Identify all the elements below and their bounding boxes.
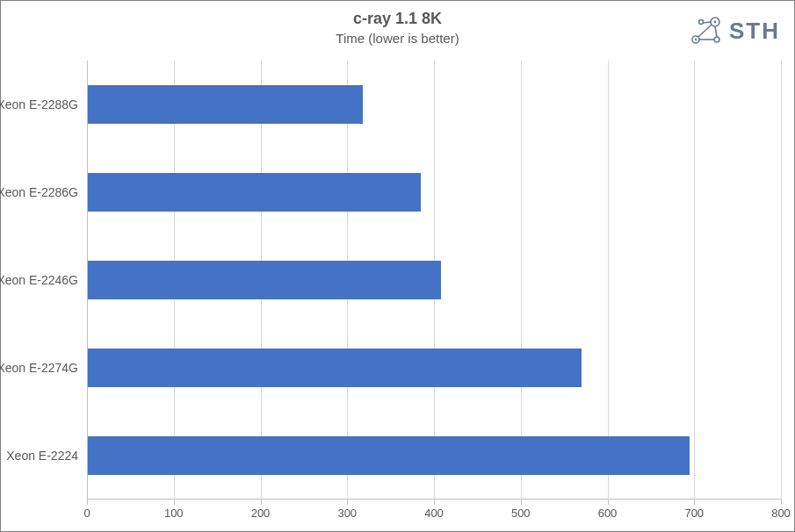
y-tick-label: Xeon E-2288G (0, 97, 87, 111)
grid-line (781, 61, 782, 500)
y-tick-label: Xeon E-2246G (0, 273, 87, 287)
bar (88, 173, 421, 212)
x-tick-label: 800 (771, 507, 791, 520)
bar (88, 85, 363, 124)
x-tick (521, 500, 522, 505)
svg-point-3 (699, 20, 704, 25)
svg-point-8 (714, 21, 717, 24)
svg-point-9 (695, 39, 697, 40)
chart-titles: c-ray 1.1 8K Time (lower is better) (1, 1, 794, 47)
bar (88, 261, 441, 299)
x-tick (781, 500, 782, 505)
x-tick-label: 400 (424, 507, 444, 520)
x-tick-label: 300 (337, 507, 357, 520)
svg-line-5 (715, 26, 717, 37)
y-tick-label: Xeon E-2274G (0, 361, 87, 375)
x-tick (347, 500, 348, 505)
chart-subtitle: Time (lower is better) (1, 31, 794, 47)
x-tick-label: 200 (251, 507, 271, 520)
x-tick (434, 500, 435, 505)
sth-logo: STH (689, 13, 780, 48)
y-tick-label: Xeon E-2286G (0, 185, 87, 199)
x-tick-label: 500 (511, 507, 531, 520)
x-tick-label: 100 (164, 507, 184, 520)
svg-point-2 (714, 37, 719, 42)
y-tick-label: Xeon E-2224 (6, 449, 87, 463)
svg-line-6 (703, 22, 711, 23)
x-tick (261, 500, 262, 505)
x-tick-label: 0 (83, 507, 90, 520)
grid-line (521, 61, 522, 500)
svg-line-4 (698, 25, 712, 37)
plot-area: 0100200300400500600700800Xeon E-2288GXeo… (87, 61, 781, 500)
grid-line (608, 61, 609, 500)
grid-line (694, 61, 695, 500)
x-tick-label: 600 (598, 507, 618, 520)
x-tick-label: 700 (684, 507, 704, 520)
x-tick (608, 500, 609, 505)
x-tick (694, 500, 695, 505)
logo-text: STH (729, 18, 780, 45)
chart-title: c-ray 1.1 8K (1, 10, 794, 29)
bar (88, 349, 582, 387)
network-icon (689, 13, 724, 48)
chart-frame: c-ray 1.1 8K Time (lower is better) STH (0, 0, 795, 532)
x-tick (87, 500, 88, 505)
x-tick (174, 500, 175, 505)
bar (88, 436, 690, 475)
